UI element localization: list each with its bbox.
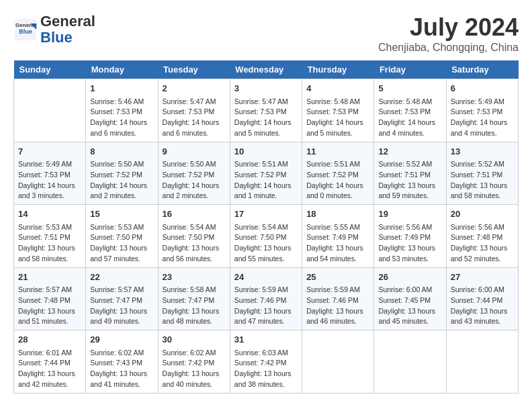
week-row-2: 7Sunrise: 5:49 AM Sunset: 7:53 PM Daylig… xyxy=(14,142,519,205)
day-info: Sunrise: 6:01 AM Sunset: 7:44 PM Dayligh… xyxy=(18,348,81,390)
calendar-cell: 15Sunrise: 5:53 AM Sunset: 7:50 PM Dayli… xyxy=(86,205,158,268)
day-number: 11 xyxy=(306,145,369,158)
day-info: Sunrise: 6:02 AM Sunset: 7:42 PM Dayligh… xyxy=(163,348,226,390)
calendar-cell: 27Sunrise: 6:00 AM Sunset: 7:44 PM Dayli… xyxy=(446,267,518,330)
calendar-cell: 19Sunrise: 5:56 AM Sunset: 7:49 PM Dayli… xyxy=(374,205,446,268)
calendar-cell: 29Sunrise: 6:02 AM Sunset: 7:43 PM Dayli… xyxy=(86,330,158,394)
weekday-header-row: SundayMondayTuesdayWednesdayThursdayFrid… xyxy=(14,60,519,79)
day-info: Sunrise: 6:00 AM Sunset: 7:44 PM Dayligh… xyxy=(451,285,514,327)
day-number: 28 xyxy=(18,333,81,347)
day-number: 29 xyxy=(90,333,153,347)
day-number: 17 xyxy=(234,208,298,221)
calendar-cell: 21Sunrise: 5:57 AM Sunset: 7:48 PM Dayli… xyxy=(14,267,86,330)
day-info: Sunrise: 5:59 AM Sunset: 7:46 PM Dayligh… xyxy=(234,285,298,327)
day-info: Sunrise: 5:48 AM Sunset: 7:53 PM Dayligh… xyxy=(306,97,369,139)
day-number: 31 xyxy=(234,333,298,347)
day-info: Sunrise: 5:57 AM Sunset: 7:47 PM Dayligh… xyxy=(90,285,153,327)
day-info: Sunrise: 5:58 AM Sunset: 7:47 PM Dayligh… xyxy=(163,285,226,327)
day-info: Sunrise: 5:51 AM Sunset: 7:52 PM Dayligh… xyxy=(306,159,369,201)
day-number: 10 xyxy=(234,145,298,158)
day-number: 30 xyxy=(163,333,226,347)
day-info: Sunrise: 5:50 AM Sunset: 7:52 PM Dayligh… xyxy=(163,159,226,201)
day-number: 8 xyxy=(90,145,153,158)
day-info: Sunrise: 5:47 AM Sunset: 7:53 PM Dayligh… xyxy=(234,97,298,139)
day-number: 22 xyxy=(90,271,153,284)
calendar-cell: 13Sunrise: 5:52 AM Sunset: 7:51 PM Dayli… xyxy=(446,142,518,205)
day-info: Sunrise: 5:56 AM Sunset: 7:49 PM Dayligh… xyxy=(378,222,441,265)
calendar-cell: 5Sunrise: 5:48 AM Sunset: 7:53 PM Daylig… xyxy=(374,79,446,142)
calendar-cell: 8Sunrise: 5:50 AM Sunset: 7:52 PM Daylig… xyxy=(86,142,158,205)
calendar-cell: 17Sunrise: 5:54 AM Sunset: 7:50 PM Dayli… xyxy=(230,205,302,268)
day-number: 6 xyxy=(451,82,514,95)
day-info: Sunrise: 5:53 AM Sunset: 7:51 PM Dayligh… xyxy=(18,222,81,265)
calendar-table: SundayMondayTuesdayWednesdayThursdayFrid… xyxy=(13,60,519,394)
day-number: 25 xyxy=(306,271,369,284)
weekday-header-friday: Friday xyxy=(374,60,446,79)
day-info: Sunrise: 5:50 AM Sunset: 7:52 PM Dayligh… xyxy=(90,159,153,201)
calendar-cell: 22Sunrise: 5:57 AM Sunset: 7:47 PM Dayli… xyxy=(86,267,158,330)
calendar-cell: 14Sunrise: 5:53 AM Sunset: 7:51 PM Dayli… xyxy=(14,205,86,268)
calendar-cell: 28Sunrise: 6:01 AM Sunset: 7:44 PM Dayli… xyxy=(14,330,86,394)
day-info: Sunrise: 5:59 AM Sunset: 7:46 PM Dayligh… xyxy=(306,285,369,327)
title-block: July 2024 Chenjiaba, Chongqing, China xyxy=(378,13,519,54)
logo: General Blue General Blue xyxy=(13,13,95,46)
weekday-header-thursday: Thursday xyxy=(302,60,374,79)
calendar-cell: 30Sunrise: 6:02 AM Sunset: 7:42 PM Dayli… xyxy=(158,330,230,394)
weekday-header-saturday: Saturday xyxy=(446,60,518,79)
calendar-cell: 10Sunrise: 5:51 AM Sunset: 7:52 PM Dayli… xyxy=(230,142,302,205)
calendar-cell: 26Sunrise: 6:00 AM Sunset: 7:45 PM Dayli… xyxy=(374,267,446,330)
calendar-cell: 16Sunrise: 5:54 AM Sunset: 7:50 PM Dayli… xyxy=(158,205,230,268)
day-info: Sunrise: 5:53 AM Sunset: 7:50 PM Dayligh… xyxy=(90,222,153,265)
page-header: General Blue General Blue July 2024 Chen… xyxy=(13,13,519,54)
day-number: 27 xyxy=(451,271,514,284)
week-row-4: 21Sunrise: 5:57 AM Sunset: 7:48 PM Dayli… xyxy=(14,267,519,330)
calendar-cell: 12Sunrise: 5:52 AM Sunset: 7:51 PM Dayli… xyxy=(374,142,446,205)
calendar-cell: 11Sunrise: 5:51 AM Sunset: 7:52 PM Dayli… xyxy=(302,142,374,205)
week-row-5: 28Sunrise: 6:01 AM Sunset: 7:44 PM Dayli… xyxy=(14,330,519,394)
day-number: 3 xyxy=(234,82,298,95)
day-number: 20 xyxy=(451,208,514,221)
calendar-cell: 7Sunrise: 5:49 AM Sunset: 7:53 PM Daylig… xyxy=(14,142,86,205)
calendar-cell: 9Sunrise: 5:50 AM Sunset: 7:52 PM Daylig… xyxy=(158,142,230,205)
day-info: Sunrise: 6:00 AM Sunset: 7:45 PM Dayligh… xyxy=(378,285,441,327)
day-info: Sunrise: 5:51 AM Sunset: 7:52 PM Dayligh… xyxy=(234,159,298,201)
day-number: 4 xyxy=(306,82,369,95)
weekday-header-monday: Monday xyxy=(86,60,158,79)
day-info: Sunrise: 5:57 AM Sunset: 7:48 PM Dayligh… xyxy=(18,285,81,327)
calendar-cell xyxy=(302,330,374,394)
day-info: Sunrise: 5:54 AM Sunset: 7:50 PM Dayligh… xyxy=(234,222,298,265)
week-row-3: 14Sunrise: 5:53 AM Sunset: 7:51 PM Dayli… xyxy=(14,205,519,268)
day-number: 16 xyxy=(163,208,226,221)
logo-text: General Blue xyxy=(40,13,95,46)
day-number: 9 xyxy=(163,145,226,158)
day-info: Sunrise: 5:56 AM Sunset: 7:48 PM Dayligh… xyxy=(451,222,514,265)
day-number: 24 xyxy=(234,271,298,284)
weekday-header-tuesday: Tuesday xyxy=(158,60,230,79)
day-number: 26 xyxy=(378,271,441,284)
day-info: Sunrise: 5:52 AM Sunset: 7:51 PM Dayligh… xyxy=(378,159,441,201)
calendar-cell: 23Sunrise: 5:58 AM Sunset: 7:47 PM Dayli… xyxy=(158,267,230,330)
weekday-header-sunday: Sunday xyxy=(14,60,86,79)
weekday-header-wednesday: Wednesday xyxy=(230,60,302,79)
day-info: Sunrise: 5:55 AM Sunset: 7:49 PM Dayligh… xyxy=(306,222,369,265)
calendar-cell: 20Sunrise: 5:56 AM Sunset: 7:48 PM Dayli… xyxy=(446,205,518,268)
day-number: 5 xyxy=(378,82,441,95)
day-info: Sunrise: 5:46 AM Sunset: 7:53 PM Dayligh… xyxy=(90,97,153,139)
day-number: 23 xyxy=(163,271,226,284)
day-number: 2 xyxy=(163,82,226,95)
logo-line2: Blue xyxy=(40,29,73,46)
day-info: Sunrise: 5:49 AM Sunset: 7:53 PM Dayligh… xyxy=(451,97,514,139)
month-title: July 2024 xyxy=(378,13,519,42)
calendar-cell: 25Sunrise: 5:59 AM Sunset: 7:46 PM Dayli… xyxy=(302,267,374,330)
day-info: Sunrise: 5:49 AM Sunset: 7:53 PM Dayligh… xyxy=(18,159,81,201)
day-number: 7 xyxy=(18,145,81,158)
calendar-cell: 24Sunrise: 5:59 AM Sunset: 7:46 PM Dayli… xyxy=(230,267,302,330)
calendar-cell: 31Sunrise: 6:03 AM Sunset: 7:42 PM Dayli… xyxy=(230,330,302,394)
day-number: 15 xyxy=(90,208,153,221)
day-number: 14 xyxy=(18,208,81,221)
calendar-cell: 2Sunrise: 5:47 AM Sunset: 7:53 PM Daylig… xyxy=(158,79,230,142)
day-info: Sunrise: 6:02 AM Sunset: 7:43 PM Dayligh… xyxy=(90,348,153,390)
day-info: Sunrise: 5:52 AM Sunset: 7:51 PM Dayligh… xyxy=(451,159,514,201)
calendar-cell xyxy=(14,79,86,142)
day-number: 21 xyxy=(18,271,81,284)
